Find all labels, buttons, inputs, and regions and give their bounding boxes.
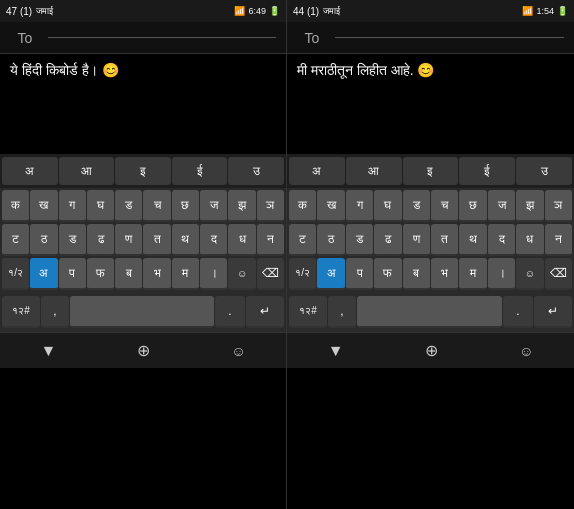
key-bha-2[interactable]: भ — [431, 258, 458, 290]
key-comma-2[interactable]: , — [328, 296, 356, 328]
key-pa-1[interactable]: प — [59, 258, 86, 290]
status-left-2: 44 (1) जमाई — [293, 6, 340, 17]
key-nna-2[interactable]: ण — [403, 224, 430, 256]
key-ta-1[interactable]: त — [143, 224, 170, 256]
key-tta-2[interactable]: ट — [289, 224, 316, 256]
key-bha-1[interactable]: भ — [143, 258, 170, 290]
vowel-key-i1[interactable]: इ — [115, 157, 171, 185]
time-1: 6:49 — [248, 6, 266, 16]
key-blue-a-1[interactable]: अ — [30, 258, 57, 290]
key-space-2[interactable] — [357, 296, 502, 328]
key-da-1[interactable]: ड — [115, 190, 142, 222]
key-pha-2[interactable]: फ — [374, 258, 401, 290]
key-enter-2[interactable]: ↵ — [534, 296, 572, 328]
key-kha-1[interactable]: ख — [30, 190, 57, 222]
key-ba-2[interactable]: ब — [403, 258, 430, 290]
key-gha-1[interactable]: घ — [87, 190, 114, 222]
key-backspace-1[interactable]: ⌫ — [257, 258, 284, 290]
key-ta-2[interactable]: त — [431, 224, 458, 256]
bottom-row-1: १२# , . ↵ — [0, 294, 286, 330]
key-dhan-1[interactable]: ध — [228, 224, 255, 256]
key-tta-1[interactable]: ट — [2, 224, 29, 256]
key-ba-1[interactable]: ब — [115, 258, 142, 290]
key-ja-1[interactable]: ज — [200, 190, 227, 222]
nav-down-1[interactable]: ▼ — [40, 342, 56, 360]
vowel-key-a2[interactable]: अ — [289, 157, 345, 185]
key-ka-2[interactable]: क — [289, 190, 316, 222]
key-kha-2[interactable]: ख — [317, 190, 344, 222]
vowel-key-i2[interactable]: इ — [403, 157, 459, 185]
key-nya-1[interactable]: ञ — [257, 190, 284, 222]
key-ga-2[interactable]: ग — [346, 190, 373, 222]
key-backspace-2[interactable]: ⌫ — [545, 258, 572, 290]
key-danda-1[interactable]: । — [200, 258, 227, 290]
vowel-key-u1[interactable]: उ — [228, 157, 284, 185]
key-dha2-1[interactable]: द — [200, 224, 227, 256]
key-ma-1[interactable]: म — [172, 258, 199, 290]
key-space-1[interactable] — [70, 296, 214, 328]
nav-emoji-2[interactable]: ☺ — [519, 343, 533, 359]
message-area-2[interactable]: मी मराठीतून लिहीत आहे. 😊 — [287, 54, 574, 154]
key-ttha-1[interactable]: ठ — [30, 224, 57, 256]
key-ddha-2[interactable]: ढ — [374, 224, 401, 256]
key-cha-2[interactable]: च — [431, 190, 458, 222]
key-numspec-1[interactable]: १/२ — [2, 258, 29, 290]
key-jha-1[interactable]: झ — [228, 190, 255, 222]
key-tha-1[interactable]: थ — [172, 224, 199, 256]
key-emoji-row3-2[interactable]: ☺ — [516, 258, 543, 290]
key-dha2-2[interactable]: द — [488, 224, 515, 256]
key-numspec-2[interactable]: १/२ — [289, 258, 316, 290]
key-period-2[interactable]: . — [503, 296, 533, 328]
to-field-2[interactable]: To — [287, 22, 574, 54]
key-emoji-row3-1[interactable]: ☺ — [228, 258, 255, 290]
nav-bar-1: ▼ ⊕ ☺ — [0, 332, 286, 368]
status-left-1: 47 (1) जमाई — [6, 6, 53, 17]
key-dda-1[interactable]: ड — [59, 224, 86, 256]
nav-globe-2[interactable]: ⊕ — [425, 341, 438, 360]
to-input-1[interactable] — [48, 37, 276, 38]
key-chha-2[interactable]: छ — [459, 190, 486, 222]
key-ma-2[interactable]: म — [459, 258, 486, 290]
key-na-2[interactable]: न — [545, 224, 572, 256]
key-danda-2[interactable]: । — [488, 258, 515, 290]
message-area-1[interactable]: ये हिंदी किबोर्ड है। 😊 — [0, 54, 286, 154]
carrier-2: जमाई — [323, 6, 340, 17]
key-ja-2[interactable]: ज — [488, 190, 515, 222]
key-numhash-2[interactable]: १२# — [289, 296, 327, 328]
key-dda-2[interactable]: ड — [346, 224, 373, 256]
key-enter-1[interactable]: ↵ — [246, 296, 284, 328]
nav-bar-2: ▼ ⊕ ☺ — [287, 332, 574, 368]
key-cha-1[interactable]: च — [143, 190, 170, 222]
to-input-2[interactable] — [335, 37, 564, 38]
key-ttha-2[interactable]: ठ — [317, 224, 344, 256]
to-field-1[interactable]: To — [0, 22, 286, 54]
key-da-2[interactable]: ड — [403, 190, 430, 222]
key-ka-1[interactable]: क — [2, 190, 29, 222]
vowel-key-aa1[interactable]: आ — [59, 157, 115, 185]
key-blue-a-2[interactable]: अ — [317, 258, 344, 290]
key-dhan-2[interactable]: ध — [516, 224, 543, 256]
key-nna-1[interactable]: ण — [115, 224, 142, 256]
key-chha-1[interactable]: छ — [172, 190, 199, 222]
key-row-3-1: १/२ अ प फ ब भ म । ☺ ⌫ — [2, 258, 284, 290]
nav-emoji-1[interactable]: ☺ — [231, 343, 245, 359]
key-period-1[interactable]: . — [215, 296, 245, 328]
key-ga-1[interactable]: ग — [59, 190, 86, 222]
key-comma-1[interactable]: , — [41, 296, 69, 328]
key-numhash-1[interactable]: १२# — [2, 296, 40, 328]
key-gha-2[interactable]: घ — [374, 190, 401, 222]
key-nya-2[interactable]: ञ — [545, 190, 572, 222]
key-ddha-1[interactable]: ढ — [87, 224, 114, 256]
vowel-key-aa2[interactable]: आ — [346, 157, 402, 185]
vowel-key-u2[interactable]: उ — [516, 157, 572, 185]
vowel-key-a1[interactable]: अ — [2, 157, 58, 185]
nav-down-2[interactable]: ▼ — [328, 342, 344, 360]
nav-globe-1[interactable]: ⊕ — [137, 341, 150, 360]
key-pa-2[interactable]: प — [346, 258, 373, 290]
vowel-key-ii2[interactable]: ई — [459, 157, 515, 185]
key-tha-2[interactable]: थ — [459, 224, 486, 256]
key-jha-2[interactable]: झ — [516, 190, 543, 222]
key-na-1[interactable]: न — [257, 224, 284, 256]
vowel-key-ii1[interactable]: ई — [172, 157, 228, 185]
key-pha-1[interactable]: फ — [87, 258, 114, 290]
